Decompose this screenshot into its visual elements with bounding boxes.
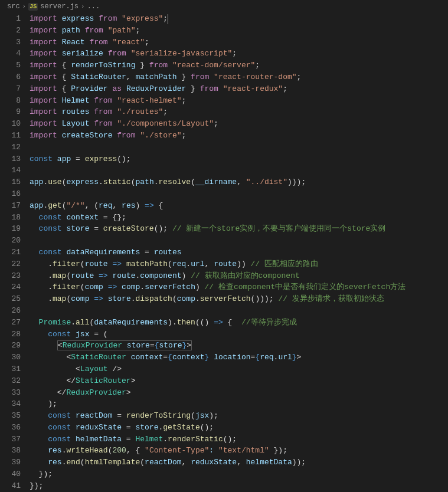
- line-number: 25: [0, 293, 21, 305]
- line-number: 37: [0, 434, 21, 445]
- line-number-gutter: 1234567891011121314151617181920212223242…: [0, 13, 30, 492]
- line-number: 21: [0, 247, 21, 258]
- breadcrumb-tail[interactable]: ...: [87, 2, 100, 11]
- code-line[interactable]: res.writeHead(200, { "Content-Type": "te…: [30, 445, 448, 457]
- code-line[interactable]: import Helmet from "react-helmet";: [30, 95, 448, 107]
- code-line[interactable]: const reduxState = store.getState();: [30, 422, 448, 434]
- line-number: 33: [0, 387, 21, 399]
- code-line[interactable]: </StaticRouter>: [30, 375, 448, 387]
- code-line[interactable]: app.use(express.static(path.resolve(__di…: [30, 176, 448, 188]
- code-line[interactable]: const context = {};: [30, 212, 448, 224]
- line-number: 1: [0, 13, 21, 25]
- code-line[interactable]: });: [30, 468, 448, 480]
- line-number: 27: [0, 317, 21, 329]
- code-line[interactable]: </ReduxProvider>: [30, 387, 448, 399]
- line-number: 19: [0, 223, 21, 235]
- line-number: 26: [0, 305, 21, 317]
- code-line[interactable]: const app = express();: [30, 153, 448, 165]
- code-line[interactable]: import React from "react";: [30, 37, 448, 48]
- line-number: 8: [0, 95, 21, 107]
- line-number: 32: [0, 375, 21, 387]
- line-number: 13: [0, 153, 21, 165]
- line-number: 28: [0, 329, 21, 340]
- code-line[interactable]: import express from "express";: [30, 13, 448, 25]
- code-line[interactable]: .filter(route => matchPath(req.url, rout…: [30, 258, 448, 270]
- line-number: 35: [0, 410, 21, 422]
- code-line[interactable]: [30, 305, 448, 317]
- code-line[interactable]: .map(comp => store.dispatch(comp.serverF…: [30, 293, 448, 305]
- code-line[interactable]: app.get("/*", (req, res) => {: [30, 200, 448, 212]
- code-line[interactable]: res.end(htmlTemplate(reactDom, reduxStat…: [30, 457, 448, 468]
- line-number: 16: [0, 188, 21, 200]
- line-number: 38: [0, 445, 21, 457]
- line-number: 39: [0, 457, 21, 468]
- code-editor[interactable]: 1234567891011121314151617181920212223242…: [0, 13, 448, 492]
- code-content[interactable]: import express from "express";import pat…: [30, 13, 448, 492]
- breadcrumb-folder[interactable]: src: [7, 2, 20, 11]
- code-line[interactable]: .filter(comp => comp.serverFetch) // 检查c…: [30, 281, 448, 293]
- line-number: 20: [0, 235, 21, 247]
- line-number: 15: [0, 176, 21, 188]
- code-line[interactable]: import { Provider as ReduxProvider } fro…: [30, 83, 448, 95]
- code-line[interactable]: const reactDom = renderToString(jsx);: [30, 410, 448, 422]
- code-line[interactable]: const jsx = (: [30, 329, 448, 340]
- line-number: 40: [0, 468, 21, 480]
- code-line[interactable]: });: [30, 480, 448, 492]
- chevron-right-icon: ›: [22, 3, 27, 10]
- chevron-right-icon: ›: [81, 3, 85, 10]
- code-line[interactable]: [30, 235, 448, 247]
- line-number: 4: [0, 48, 21, 60]
- code-line[interactable]: import { StaticRouter, matchPath } from …: [30, 71, 448, 83]
- code-line[interactable]: [30, 165, 448, 176]
- code-line[interactable]: import routes from "./routes";: [30, 106, 448, 118]
- code-line[interactable]: import createStore from "./store";: [30, 130, 448, 142]
- line-number: 11: [0, 130, 21, 142]
- code-line[interactable]: import serialize from "serialize-javascr…: [30, 48, 448, 60]
- line-number: 29: [0, 340, 21, 352]
- line-number: 36: [0, 422, 21, 434]
- code-line[interactable]: [30, 142, 448, 153]
- code-line[interactable]: Promise.all(dataRequirements).then(() =>…: [30, 317, 448, 329]
- code-line[interactable]: import { renderToString } from "react-do…: [30, 60, 448, 71]
- line-number: 6: [0, 71, 21, 83]
- code-line[interactable]: const dataRequirements = routes: [30, 247, 448, 258]
- line-number: 7: [0, 83, 21, 95]
- js-file-icon: JS: [28, 3, 38, 11]
- line-number: 23: [0, 270, 21, 282]
- line-number: 18: [0, 212, 21, 224]
- code-line[interactable]: const store = createStore(); // 新建一个stor…: [30, 223, 448, 235]
- line-number: 9: [0, 106, 21, 118]
- code-line[interactable]: <StaticRouter context={context} location…: [30, 352, 448, 363]
- code-line[interactable]: <ReduxProvider store={store}>: [30, 340, 448, 352]
- code-line[interactable]: const helmetData = Helmet.renderStatic()…: [30, 434, 448, 445]
- line-number: 5: [0, 60, 21, 71]
- line-number: 30: [0, 352, 21, 363]
- line-number: 34: [0, 398, 21, 410]
- line-number: 2: [0, 25, 21, 37]
- line-number: 41: [0, 480, 21, 492]
- line-number: 3: [0, 37, 21, 48]
- line-number: 24: [0, 281, 21, 293]
- code-line[interactable]: );: [30, 398, 448, 410]
- line-number: 10: [0, 118, 21, 130]
- code-line[interactable]: import Layout from "./components/Layout"…: [30, 118, 448, 130]
- code-line[interactable]: [30, 188, 448, 200]
- text-cursor: [168, 14, 168, 24]
- line-number: 31: [0, 363, 21, 375]
- code-line[interactable]: .map(route => route.component) // 获取路由对应…: [30, 270, 448, 282]
- line-number: 22: [0, 258, 21, 270]
- code-line[interactable]: import path from "path";: [30, 25, 448, 37]
- line-number: 12: [0, 142, 21, 153]
- line-number: 14: [0, 165, 21, 176]
- breadcrumb[interactable]: src › JS server.js › ...: [0, 0, 448, 13]
- code-line[interactable]: <Layout />: [30, 363, 448, 375]
- breadcrumb-file[interactable]: server.js: [40, 2, 79, 11]
- line-number: 17: [0, 200, 21, 212]
